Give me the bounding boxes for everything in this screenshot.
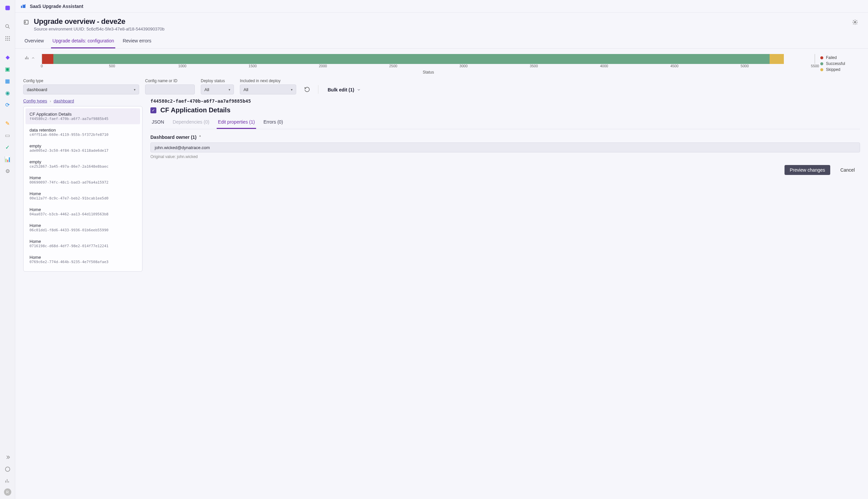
list-item[interactable]: CF Application Detailsf44580c2-faef-470b…	[25, 108, 140, 124]
svg-point-6	[5, 38, 6, 39]
chevron-down-icon: ▾	[134, 88, 135, 92]
expand-rail-icon[interactable]	[3, 453, 12, 462]
chart-segment-successful	[53, 54, 770, 64]
chart-axis-label: Status	[42, 70, 815, 75]
svg-point-1	[5, 25, 9, 27]
svg-point-9	[5, 40, 6, 41]
top-bar: SaaS Upgrade Assistant	[15, 0, 868, 13]
list-item[interactable]: Home04aa037c-b3cb-4462-aa13-64d1109563b8	[25, 204, 140, 220]
svg-line-2	[8, 27, 10, 28]
settings-icon[interactable]	[850, 17, 860, 28]
legend-successful: Successful	[826, 61, 845, 66]
chart-segment-failed	[42, 54, 53, 64]
preview-changes-button[interactable]: Preview changes	[784, 165, 831, 175]
nav-item-8-icon[interactable]: ✓	[3, 143, 12, 152]
property-original: Original value: john.wicked	[150, 155, 860, 159]
list-item[interactable]: Home06c01dd1-f8d6-4433-9936-01b6eeb55990	[25, 220, 140, 235]
analytics-icon[interactable]	[3, 476, 12, 486]
included-label: Included in next deploy	[240, 78, 296, 83]
nav-item-4-icon[interactable]: ◉	[3, 88, 12, 97]
dtab-errors[interactable]: Errors (0)	[262, 116, 284, 129]
breadcrumb: Config types › dashboard	[23, 98, 143, 104]
tab-review-errors[interactable]: Review errors	[121, 34, 152, 48]
chart: 0500100015002000250030003500400045005000…	[42, 54, 815, 75]
list-item[interactable]: Home0716198c-d68d-4df7-98e2-014f77e12241	[25, 235, 140, 252]
list-item[interactable]: Home00690097-74fc-48c1-bad3-ad76a4a15972	[25, 172, 140, 188]
nav-item-1-icon[interactable]: ◆	[3, 52, 12, 62]
page-header: Upgrade overview - deve2e Source environ…	[15, 13, 868, 32]
chevron-down-icon: ▾	[291, 88, 293, 92]
avatar[interactable]: R	[4, 488, 11, 496]
nav-rail: ◆ ▣ ▦ ◉ ⟳ ✎ ▭ ✓ 📊 ⚙ R	[0, 0, 15, 499]
svg-point-10	[7, 40, 8, 41]
chart-segment-skipped	[770, 54, 783, 64]
svg-point-8	[9, 38, 10, 39]
nav-item-7-icon[interactable]: ▭	[3, 131, 12, 140]
config-type-label: Config type	[23, 78, 139, 83]
nav-item-10-icon[interactable]: ⚙	[3, 166, 12, 175]
property-input[interactable]	[150, 143, 860, 153]
logo-icon[interactable]	[3, 3, 12, 13]
body: Config types › dashboard CF Application …	[15, 95, 868, 277]
tab-overview[interactable]: Overview	[23, 34, 45, 48]
list-item[interactable]: Home0769c6e2-774d-464b-9235-4e7f508afae3	[25, 252, 140, 267]
svg-point-11	[9, 40, 10, 41]
detail-checkbox[interactable]: ✓	[150, 107, 156, 113]
legend-failed: Failed	[826, 55, 837, 60]
filter-strip: Config type dashboard▾ Config name or ID…	[15, 75, 868, 95]
config-name-label: Config name or ID	[145, 78, 195, 83]
action-row: Preview changes Cancel	[150, 165, 860, 175]
property-section: Dashboard owner (1) ˄ Original value: jo…	[150, 135, 860, 159]
cancel-button[interactable]: Cancel	[835, 165, 860, 175]
detail-title: CF Application Details	[160, 106, 231, 114]
list-item[interactable]: Home00e12a7f-8c9c-47e7-beb2-91bcab1ee5d0	[25, 188, 140, 204]
chevron-right-icon: ›	[50, 99, 51, 103]
svg-point-14	[854, 22, 856, 23]
list-item[interactable]: emptyade005e2-3c50-4f84-92e3-6118ade6de1…	[25, 140, 140, 156]
chart-toggle[interactable]	[23, 54, 36, 62]
help-icon[interactable]	[3, 464, 12, 474]
breadcrumb-dashboard[interactable]: dashboard	[54, 98, 74, 104]
included-select[interactable]: All▾	[240, 85, 296, 95]
left-column: Config types › dashboard CF Application …	[23, 98, 143, 272]
nav-item-5-icon[interactable]: ⟳	[3, 100, 12, 109]
nav-item-9-icon[interactable]: 📊	[3, 155, 12, 164]
list-item[interactable]: data retentionc4ff51ab-660e-4119-955b-5f…	[25, 124, 140, 140]
tab-upgrade-details[interactable]: Upgrade details: configuration	[51, 34, 115, 48]
config-type-select[interactable]: dashboard▾	[23, 85, 139, 95]
dtab-edit[interactable]: Edit properties (1)	[217, 116, 256, 129]
divider	[318, 85, 318, 94]
deploy-status-select[interactable]: All▾	[201, 85, 234, 95]
dtab-deps[interactable]: Dependencies (0)	[171, 116, 211, 129]
app-name: SaaS Upgrade Assistant	[30, 4, 83, 9]
bulk-edit-button[interactable]: Bulk edit (1)	[324, 85, 364, 95]
dtab-json[interactable]: JSON	[150, 116, 165, 129]
config-name-input[interactable]	[145, 85, 195, 95]
page-tabs: Overview Upgrade details: configuration …	[15, 34, 868, 49]
apps-grid-icon[interactable]	[3, 34, 12, 43]
detail-uuid: f44580c2-faef-470b-a6f7-aa7af9885b45	[150, 98, 860, 104]
svg-point-4	[7, 36, 8, 37]
svg-point-7	[7, 38, 8, 39]
property-header[interactable]: Dashboard owner (1) ˄	[150, 135, 860, 140]
page-title: Upgrade overview - deve2e	[34, 17, 845, 26]
nav-item-6-icon[interactable]: ✎	[3, 119, 12, 128]
search-icon[interactable]	[3, 22, 12, 31]
reset-filters-icon[interactable]	[302, 85, 312, 95]
config-list[interactable]: CF Application Detailsf44580c2-faef-470b…	[23, 106, 143, 272]
chevron-down-icon: ▾	[229, 88, 230, 92]
chart-row: 0500100015002000250030003500400045005000…	[15, 49, 868, 75]
main: SaaS Upgrade Assistant Upgrade overview …	[15, 0, 868, 499]
chart-legend: Failed Successful Skipped	[820, 54, 860, 72]
nav-item-2-icon[interactable]: ▣	[3, 64, 12, 74]
list-item[interactable]: emptyce252867-3a45-497a-86e7-2a1648e8bae…	[25, 156, 140, 172]
detail-tabs: JSON Dependencies (0) Edit properties (1…	[150, 116, 860, 129]
svg-point-12	[5, 467, 10, 472]
legend-skipped: Skipped	[826, 67, 840, 72]
svg-rect-0	[5, 5, 10, 10]
page-subtitle: Source environment UUID: 5c6cf54c-5fe3-4…	[34, 26, 845, 32]
nav-item-3-icon[interactable]: ▦	[3, 76, 12, 85]
page-icon	[23, 19, 29, 26]
chevron-up-icon: ˄	[199, 135, 201, 139]
breadcrumb-config-types[interactable]: Config types	[23, 98, 47, 104]
